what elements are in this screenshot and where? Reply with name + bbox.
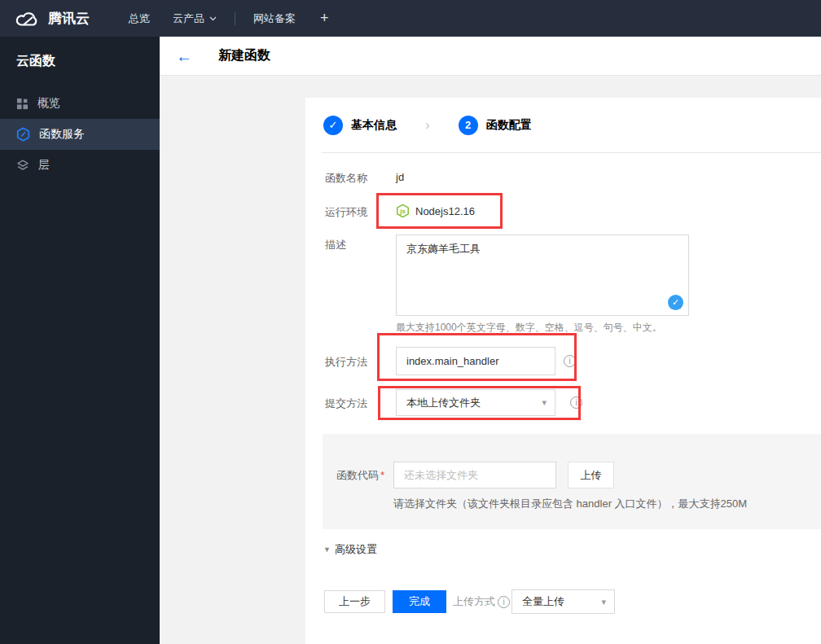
sidebar-product-title: 云函数 (0, 37, 160, 88)
handler-label: 执行方法 (325, 355, 395, 370)
step2-label: 函数配置 (486, 118, 532, 133)
step1-check-icon: ✓ (323, 116, 343, 135)
upload-mode-label: 上传方式 i (453, 590, 510, 613)
handler-input[interactable] (396, 347, 555, 375)
function-code-section: 函数代码* 上传 请选择文件夹（该文件夹根目录应包含 handler 入口文件）… (323, 434, 821, 529)
handler-info-icon[interactable]: i (564, 355, 576, 367)
top-navbar: 腾讯云 总览 云产品 网站备案 + (0, 0, 821, 37)
sidebar-item-function-service[interactable]: 函数服务 (0, 119, 160, 150)
folder-path-input[interactable] (393, 462, 556, 488)
runtime-value: js Nodejs12.16 (396, 201, 475, 221)
advanced-settings-toggle[interactable]: ▼ 高级设置 (323, 542, 377, 557)
submit-method-select[interactable]: 本地上传文件夹 ▾ (396, 389, 555, 416)
submit-method-value: 本地上传文件夹 (406, 396, 481, 410)
layers-icon (16, 159, 29, 172)
advanced-settings-label: 高级设置 (335, 542, 377, 557)
sidebar-item-overview[interactable]: 概览 (0, 88, 160, 119)
submit-method-info-icon[interactable]: i (570, 396, 582, 409)
navbar-menu: 总览 云产品 网站备案 + (117, 10, 342, 27)
function-code-hint: 请选择文件夹（该文件夹根目录应包含 handler 入口文件），最大支持250M (393, 497, 747, 511)
function-hexagon-icon (16, 127, 30, 142)
nav-icp[interactable]: 网站备案 (242, 11, 307, 26)
step2-number: 2 (459, 116, 478, 135)
svg-text:js: js (399, 208, 405, 215)
brand-name: 腾讯云 (48, 9, 90, 28)
nav-overview[interactable]: 总览 (117, 11, 161, 26)
step-chevron-icon: › (425, 117, 430, 134)
function-name-value: jd (396, 171, 404, 183)
steps-divider (322, 152, 821, 153)
step-indicator: ✓ 基本信息 › 2 函数配置 (305, 98, 821, 152)
page-title: 新建函数 (218, 47, 270, 64)
tencent-cloud-logo[interactable]: 腾讯云 (0, 9, 114, 28)
sidebar-item-label: 函数服务 (39, 127, 85, 142)
nav-products[interactable]: 云产品 (161, 11, 228, 26)
description-label: 描述 (325, 238, 395, 252)
valid-check-icon: ✓ (668, 295, 683, 310)
page-header: ← 新建函数 (160, 37, 821, 76)
caret-down-icon: ▾ (601, 597, 606, 607)
caret-down-icon: ▾ (542, 397, 547, 408)
upload-mode-label-text: 上传方式 (453, 594, 495, 609)
upload-mode-select[interactable]: 全量上传 ▾ (511, 589, 615, 614)
previous-step-button[interactable]: 上一步 (324, 590, 385, 613)
nav-divider (235, 12, 235, 25)
upload-mode-info-icon[interactable]: i (498, 596, 510, 608)
upload-mode-value: 全量上传 (522, 594, 564, 609)
runtime-label: 运行环境 (325, 205, 395, 220)
description-textarea[interactable]: 京东薅羊毛工具 (396, 234, 689, 316)
function-code-label: 函数代码* (336, 462, 384, 488)
cloud-logo-icon (15, 10, 39, 28)
nav-products-label: 云产品 (173, 11, 204, 26)
function-name-label: 函数名称 (325, 171, 395, 186)
step1-label: 基本信息 (351, 118, 397, 133)
back-button[interactable]: ← (176, 48, 192, 64)
required-asterisk: * (380, 469, 384, 481)
sidebar-item-label: 概览 (37, 96, 60, 111)
chevron-down-icon (209, 16, 217, 21)
nav-add-tab-button[interactable]: + (307, 10, 342, 27)
sidebar-item-label: 层 (38, 158, 50, 173)
finish-button[interactable]: 完成 (393, 590, 446, 613)
submit-method-label: 提交方法 (325, 396, 395, 411)
triangle-down-icon: ▼ (323, 545, 331, 554)
function-code-label-text: 函数代码 (336, 469, 379, 481)
sidebar-item-layers[interactable]: 层 (0, 150, 160, 181)
sidebar: 云函数 概览 函数服务 层 (0, 37, 160, 644)
upload-button[interactable]: 上传 (568, 462, 614, 488)
grid-icon (16, 98, 29, 110)
runtime-value-text: Nodejs12.16 (415, 205, 475, 217)
description-hint: 最大支持1000个英文字母、数字、空格、逗号、句号、中文。 (396, 321, 662, 335)
nodejs-icon: js (396, 204, 410, 218)
create-function-card: ✓ 基本信息 › 2 函数配置 函数名称 jd 运行环境 js Nodejs12… (305, 98, 821, 644)
